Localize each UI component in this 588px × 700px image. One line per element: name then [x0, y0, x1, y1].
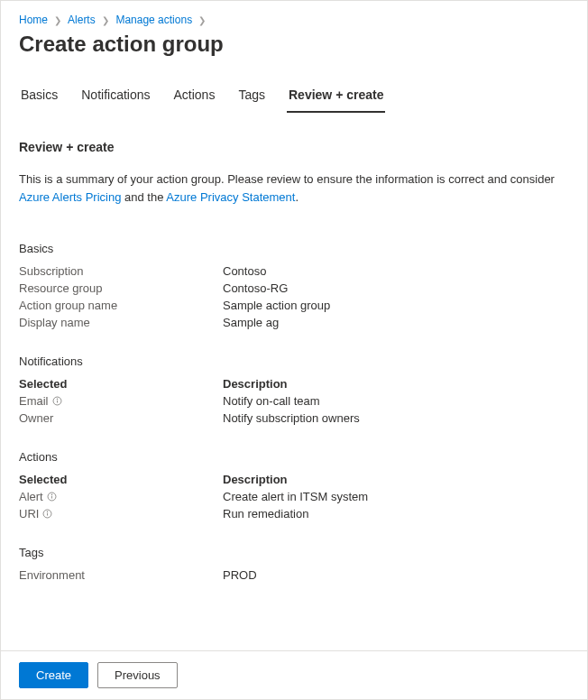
- chevron-right-icon: ❯: [98, 15, 113, 25]
- basics-row-subscription: Subscription Contoso: [19, 264, 569, 278]
- notification-selected: Email: [19, 394, 49, 408]
- notifications-row: Email Notify on-call team: [19, 394, 569, 408]
- summary-prefix: This is a summary of your action group. …: [19, 172, 555, 186]
- basics-row-resource-group: Resource group Contoso-RG: [19, 281, 569, 295]
- col-description: Description: [223, 473, 288, 486]
- tab-tags[interactable]: Tags: [236, 82, 267, 113]
- footer-bar: Create Previous: [1, 650, 587, 699]
- actions-heading: Actions: [19, 450, 569, 464]
- review-heading: Review + create: [19, 140, 569, 154]
- svg-point-8: [48, 511, 49, 512]
- tag-value: PROD: [223, 568, 257, 582]
- tab-notifications[interactable]: Notifications: [79, 82, 152, 113]
- tab-basics[interactable]: Basics: [19, 82, 60, 113]
- tab-review-create[interactable]: Review + create: [287, 82, 385, 113]
- label-display-name: Display name: [19, 316, 223, 329]
- label-action-group-name: Action group name: [19, 299, 223, 312]
- col-selected: Selected: [19, 473, 223, 486]
- tags-row: Environment PROD: [19, 568, 569, 582]
- breadcrumb-manage-actions[interactable]: Manage actions: [115, 14, 192, 26]
- notifications-header-row: Selected Description: [19, 377, 569, 391]
- link-azure-privacy-statement[interactable]: Azure Privacy Statement: [166, 190, 295, 204]
- tags-heading: Tags: [19, 546, 569, 559]
- tab-actions[interactable]: Actions: [172, 82, 217, 113]
- notifications-heading: Notifications: [19, 355, 569, 368]
- notification-selected: Owner: [19, 411, 53, 425]
- col-selected: Selected: [19, 377, 223, 391]
- summary-mid: and the: [121, 190, 166, 204]
- value-action-group-name: Sample action group: [223, 299, 330, 312]
- basics-block: Basics Subscription Contoso Resource gro…: [19, 242, 569, 329]
- page-title: Create action group: [19, 32, 569, 57]
- svg-point-2: [57, 399, 58, 400]
- previous-button[interactable]: Previous: [97, 662, 178, 688]
- notifications-block: Notifications Selected Description Email…: [19, 355, 569, 425]
- basics-row-action-group-name: Action group name Sample action group: [19, 299, 569, 312]
- actions-header-row: Selected Description: [19, 473, 569, 486]
- breadcrumb-home[interactable]: Home: [19, 14, 48, 26]
- actions-row: URI Run remediation: [19, 507, 569, 520]
- info-icon[interactable]: [52, 396, 62, 406]
- action-selected: Alert: [19, 490, 43, 503]
- value-display-name: Sample ag: [223, 316, 279, 329]
- col-description: Description: [223, 377, 288, 391]
- notification-description: Notify on-call team: [223, 394, 320, 408]
- chevron-right-icon: ❯: [195, 15, 209, 25]
- tag-key: Environment: [19, 568, 223, 582]
- breadcrumb: Home ❯ Alerts ❯ Manage actions ❯: [19, 14, 569, 26]
- breadcrumb-alerts[interactable]: Alerts: [68, 14, 96, 26]
- label-resource-group: Resource group: [19, 281, 223, 295]
- summary-suffix: .: [295, 190, 299, 204]
- svg-point-5: [51, 494, 52, 495]
- notification-description: Notify subscription owners: [223, 411, 360, 425]
- tab-bar: Basics Notifications Actions Tags Review…: [19, 82, 569, 113]
- summary-text: This is a summary of your action group. …: [19, 170, 569, 206]
- info-icon[interactable]: [47, 492, 57, 502]
- create-button[interactable]: Create: [19, 662, 88, 688]
- notifications-row: Owner Notify subscription owners: [19, 411, 569, 425]
- value-subscription: Contoso: [223, 264, 266, 278]
- tags-block: Tags Environment PROD: [19, 546, 569, 582]
- info-icon[interactable]: [42, 509, 52, 519]
- link-azure-alerts-pricing[interactable]: Azure Alerts Pricing: [19, 190, 121, 204]
- value-resource-group: Contoso-RG: [223, 281, 288, 295]
- label-subscription: Subscription: [19, 264, 223, 278]
- basics-row-display-name: Display name Sample ag: [19, 316, 569, 329]
- action-selected: URI: [19, 507, 39, 520]
- actions-block: Actions Selected Description Alert Creat…: [19, 450, 569, 520]
- basics-heading: Basics: [19, 242, 569, 255]
- action-description: Create alert in ITSM system: [223, 490, 368, 503]
- action-description: Run remediation: [223, 507, 308, 520]
- chevron-right-icon: ❯: [51, 15, 65, 25]
- actions-row: Alert Create alert in ITSM system: [19, 490, 569, 503]
